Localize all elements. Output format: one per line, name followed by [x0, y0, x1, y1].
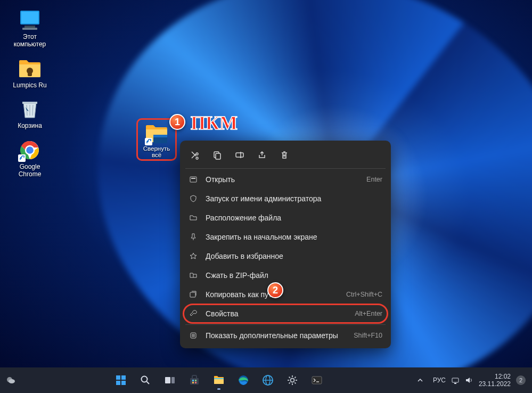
- menu-item-open[interactable]: Открыть Enter: [183, 170, 388, 189]
- svg-rect-3: [22, 28, 37, 30]
- wrench-icon: [189, 309, 198, 318]
- desktop-icon-chrome[interactable]: GoogleChrome: [10, 140, 50, 178]
- svg-rect-40: [195, 382, 197, 383]
- menu-item-compress-zip[interactable]: Сжать в ZIP-файл: [183, 266, 388, 285]
- menu-label: Закрепить на начальном экране: [206, 233, 375, 241]
- svg-rect-18: [190, 177, 197, 182]
- menu-item-properties[interactable]: Свойства Alt+Enter: [183, 304, 388, 323]
- terminal-button[interactable]: [306, 370, 328, 391]
- start-button[interactable]: [110, 370, 132, 391]
- pin-icon: [189, 232, 198, 242]
- menu-item-file-location[interactable]: Расположение файла: [183, 208, 388, 227]
- copy-button[interactable]: [207, 146, 228, 164]
- svg-point-46: [291, 379, 294, 382]
- scissors-icon: [190, 150, 200, 160]
- menu-item-run-as-admin[interactable]: Запуск от имени администратора: [183, 189, 388, 208]
- microsoft-store-button[interactable]: [184, 370, 205, 391]
- menu-label: Расположение файла: [206, 214, 375, 222]
- rename-button[interactable]: [229, 146, 250, 164]
- svg-rect-34: [165, 377, 170, 383]
- trash-icon: [280, 150, 289, 160]
- svg-rect-21: [190, 292, 195, 297]
- share-button[interactable]: [251, 146, 273, 164]
- task-view-button[interactable]: [159, 370, 181, 391]
- context-menu: Открыть Enter Запуск от имени администра…: [180, 141, 391, 348]
- shortcut-arrow-badge: [145, 138, 152, 145]
- menu-label: Показать дополнительные параметры: [206, 331, 346, 340]
- svg-rect-29: [121, 375, 126, 380]
- delete-button[interactable]: [274, 146, 295, 164]
- recycle-bin-icon: [17, 99, 43, 120]
- windows-logo-icon: [115, 374, 127, 386]
- menu-label: Свойства: [206, 309, 347, 318]
- copy-icon: [212, 150, 222, 160]
- cut-button[interactable]: [184, 146, 206, 164]
- icon-label: Этоткомпьютер: [10, 33, 50, 48]
- svg-rect-28: [116, 375, 120, 380]
- svg-rect-30: [116, 381, 120, 385]
- time-label: 12:02: [479, 373, 511, 380]
- store-icon: [189, 374, 200, 386]
- svg-rect-37: [192, 380, 194, 381]
- desktop-icon-recycle-bin[interactable]: Корзина: [10, 99, 50, 129]
- menu-accelerator: Shift+F10: [354, 332, 382, 339]
- notification-badge[interactable]: 2: [516, 375, 526, 385]
- date-label: 23.11.2022: [479, 380, 511, 388]
- menu-item-add-favorite[interactable]: Добавить в избранное: [183, 247, 388, 266]
- menu-item-copy-as-path[interactable]: Копировать как путь Ctrl+Shift+C: [183, 285, 388, 304]
- annotation-pkm-label: ПКМ: [191, 112, 238, 134]
- taskbar-right: РУС 12:02 23.11.2022 2: [417, 373, 532, 388]
- icon-label: Свернуть всё: [139, 145, 174, 158]
- browser-button[interactable]: [257, 370, 279, 391]
- desktop[interactable]: Этоткомпьютер Lumpics Ru: [0, 0, 532, 367]
- open-icon: [189, 175, 198, 184]
- widgets-button[interactable]: [0, 370, 21, 391]
- icon-label: Lumpics Ru: [10, 81, 50, 89]
- search-button[interactable]: [135, 370, 156, 391]
- menu-label: Добавить в избранное: [206, 252, 375, 260]
- svg-rect-13: [153, 135, 167, 137]
- desktop-icon-lumpics[interactable]: Lumpics Ru: [10, 58, 50, 89]
- svg-point-32: [142, 376, 148, 382]
- task-view-icon: [164, 375, 176, 386]
- rename-icon: [235, 150, 244, 160]
- menu-item-show-more-options[interactable]: Показать дополнительные параметры Shift+…: [183, 326, 388, 345]
- annotation-callout-1: 1: [169, 114, 185, 130]
- separator: [185, 168, 386, 169]
- file-explorer-button[interactable]: [208, 370, 230, 391]
- menu-label: Запуск от имени администратора: [206, 194, 375, 203]
- language-indicator[interactable]: РУС: [433, 376, 446, 384]
- desktop-icon-column: Этоткомпьютер Lumpics Ru: [10, 10, 52, 187]
- icon-label: GoogleChrome: [10, 163, 50, 178]
- svg-rect-39: [192, 382, 194, 383]
- svg-rect-41: [214, 378, 224, 379]
- menu-label: Открыть: [206, 175, 359, 184]
- menu-accelerator: Ctrl+Shift+C: [346, 291, 382, 298]
- menu-label: Сжать в ZIP-файл: [206, 271, 375, 280]
- svg-rect-2: [24, 26, 35, 28]
- volume-icon[interactable]: [465, 376, 473, 384]
- svg-rect-47: [312, 376, 322, 384]
- svg-rect-16: [236, 153, 243, 157]
- folder-icon: [17, 58, 43, 79]
- separator: [185, 324, 386, 325]
- svg-rect-1: [21, 12, 38, 23]
- edge-button[interactable]: [233, 370, 254, 391]
- search-icon: [140, 375, 151, 386]
- menu-item-pin-to-start[interactable]: Закрепить на начальном экране: [183, 227, 388, 247]
- clock[interactable]: 12:02 23.11.2022: [479, 373, 511, 388]
- svg-rect-36: [190, 378, 199, 384]
- annotation-callout-2: 2: [267, 282, 283, 298]
- svg-rect-19: [191, 178, 195, 179]
- svg-line-33: [147, 382, 150, 384]
- tray-overflow-button[interactable]: [417, 377, 428, 383]
- network-icon[interactable]: [451, 376, 460, 384]
- terminal-icon: [311, 375, 323, 386]
- svg-rect-38: [195, 380, 197, 381]
- monitor-icon: [17, 10, 43, 31]
- zip-icon: [189, 271, 198, 280]
- desktop-icon-this-pc[interactable]: Этоткомпьютер: [10, 10, 50, 48]
- svg-rect-15: [216, 153, 220, 159]
- taskbar: РУС 12:02 23.11.2022 2: [0, 367, 532, 393]
- settings-button[interactable]: [282, 370, 303, 391]
